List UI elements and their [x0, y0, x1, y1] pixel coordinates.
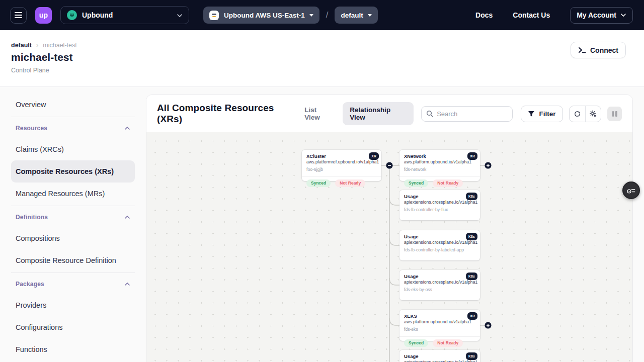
run-operations-button[interactable]	[585, 106, 601, 122]
node-api-version: aws.platform.upbound.io/v1alpha1	[404, 159, 475, 165]
control-plane-icon	[209, 11, 219, 20]
chevron-up-icon	[124, 282, 130, 286]
hamburger-icon	[15, 12, 22, 13]
pause-button[interactable]	[607, 107, 622, 121]
chevron-up-icon	[124, 126, 130, 130]
docs-link[interactable]: Docs	[475, 11, 493, 19]
node-kind: Usage	[404, 274, 475, 280]
relationship-graph-canvas[interactable]: XCluster aws.platformref.upbound.io/v1al…	[146, 132, 632, 362]
sidebar-item-managed-resources[interactable]: Managed Resources (MRs)	[11, 183, 135, 205]
gear-play-icon	[589, 110, 597, 118]
connect-button-label: Connect	[590, 46, 618, 54]
node-api-version: apiextensions.crossplane.io/v1alpha1	[404, 240, 475, 245]
node-name: fds-network	[404, 167, 475, 172]
hamburger-menu-button[interactable]	[10, 7, 27, 24]
expand-connector	[485, 322, 491, 328]
org-selector-label: Upbound	[82, 11, 113, 19]
terminal-icon	[578, 47, 586, 53]
breadcrumb: default › michael-test	[11, 41, 77, 49]
node-api-version: apiextensions.crossplane.io/v1alpha1	[404, 359, 475, 362]
sidebar-section-packages[interactable]: Packages	[11, 274, 135, 294]
list-view-tab[interactable]: List View	[299, 102, 338, 125]
breadcrumb-parent[interactable]: default	[11, 42, 32, 49]
path-separator: /	[326, 10, 329, 20]
caret-down-icon	[309, 14, 313, 17]
node-name: fds-lb-controller-by-labeled-app	[404, 247, 475, 252]
search-input-container	[421, 106, 513, 122]
collapse-connector	[386, 162, 392, 168]
graph-legend-button[interactable]	[622, 182, 640, 199]
graph-node-xeks[interactable]: XEKS aws.platform.upbound.io/v1alpha1 fd…	[399, 310, 480, 341]
node-api-version: apiextensions.crossplane.io/v1alpha1	[404, 200, 475, 205]
graph-node-usage-oss[interactable]: Usage apiextensions.crossplane.io/v1alph…	[399, 270, 480, 300]
resource-type-badge: XR	[369, 152, 379, 160]
breadcrumb-current: michael-test	[43, 42, 76, 49]
chevron-down-icon	[620, 13, 626, 17]
refresh-icon	[574, 110, 581, 118]
sidebar-item-compositions[interactable]: Compositions	[11, 227, 135, 249]
filter-button-label: Filter	[539, 110, 555, 118]
node-kind: Usage	[404, 234, 475, 240]
sidebar-item-xrd[interactable]: Composite Resource Definition	[11, 249, 135, 272]
org-avatar-icon	[67, 10, 77, 20]
node-api-version: apiextensions.crossplane.io/v1alpha1	[404, 280, 475, 285]
synced-badge: Synced	[404, 339, 428, 347]
graph-node-xnetwork[interactable]: XNetwork aws.platform.upbound.io/v1alpha…	[399, 150, 480, 181]
upbound-logo[interactable]: up	[35, 7, 52, 24]
org-selector-dropdown[interactable]: Upbound	[60, 6, 189, 24]
sidebar-item-configurations[interactable]: Configurations	[11, 316, 135, 338]
node-kind: XCluster	[306, 153, 377, 159]
node-name: fds-eks-by-oss	[404, 287, 475, 292]
node-name: fds-lb-controller-by-flux	[404, 207, 475, 212]
refresh-button[interactable]	[570, 106, 585, 122]
graph-node-usage-bottom[interactable]: Usage apiextensions.crossplane.io/v1alph…	[399, 350, 480, 362]
sidebar-section-label: Packages	[16, 281, 44, 288]
expand-connector	[485, 162, 491, 168]
chevron-up-icon	[124, 215, 130, 219]
relationship-view-tab[interactable]: Relationship View	[343, 102, 414, 125]
graph-node-usage-flux[interactable]: Usage apiextensions.crossplane.io/v1alph…	[399, 190, 480, 220]
synced-badge: Synced	[306, 179, 331, 187]
not-ready-badge: Not Ready	[433, 339, 463, 347]
filter-button[interactable]: Filter	[521, 106, 562, 122]
panel-title: All Composite Resources (XRs)	[157, 103, 299, 125]
search-icon	[426, 110, 433, 117]
graph-node-xcluster[interactable]: XCluster aws.platformref.upbound.io/v1al…	[302, 150, 381, 181]
control-plane-selector[interactable]: Upbound AWS US-East-1	[203, 7, 319, 24]
sidebar-divider	[11, 206, 135, 206]
resource-type-badge: XR	[467, 312, 477, 320]
sidebar-section-definitions[interactable]: Definitions	[11, 207, 135, 227]
graph-action-group	[569, 106, 602, 122]
resource-type-badge: K8s	[466, 233, 477, 240]
sidebar-item-overview[interactable]: Overview	[11, 94, 135, 116]
filter-funnel-icon	[528, 111, 535, 117]
group-selector[interactable]: default	[335, 7, 377, 24]
page-title: michael-test	[11, 51, 73, 63]
graph-node-usage-labeled-app[interactable]: Usage apiextensions.crossplane.io/v1alph…	[399, 230, 480, 260]
sidebar-item-composite-resources[interactable]: Composite Resources (XRs)	[11, 160, 135, 183]
legend-icon	[627, 187, 635, 194]
resource-type-badge: K8s	[466, 193, 477, 200]
caret-down-icon	[368, 14, 372, 17]
search-input[interactable]	[437, 110, 507, 118]
node-kind: Usage	[404, 194, 475, 200]
connect-button[interactable]: Connect	[571, 42, 626, 58]
graph-edges	[146, 132, 633, 362]
navbar-links: Docs Contact Us My Account	[475, 7, 644, 24]
sidebar-divider	[11, 273, 135, 273]
main-panel: All Composite Resources (XRs) List View …	[146, 95, 633, 362]
sidebar-section-resources[interactable]: Resources	[11, 118, 135, 138]
contact-us-link[interactable]: Contact Us	[513, 11, 550, 19]
node-api-version: aws.platformref.upbound.io/v1alpha1	[306, 159, 377, 165]
page-subtitle: Control Plane	[11, 67, 49, 74]
node-kind: Usage	[404, 353, 475, 359]
resource-type-badge: K8s	[466, 273, 477, 280]
chevron-down-icon	[177, 11, 183, 20]
node-name: fds-eks	[404, 327, 475, 332]
sidebar-item-claims[interactable]: Claims (XRCs)	[11, 138, 135, 160]
resource-type-badge: K8s	[466, 352, 477, 360]
sidebar-item-providers[interactable]: Providers	[11, 294, 135, 316]
sidebar-item-functions[interactable]: Functions	[11, 338, 135, 360]
my-account-menu[interactable]: My Account	[570, 7, 633, 24]
node-kind: XNetwork	[404, 153, 475, 159]
